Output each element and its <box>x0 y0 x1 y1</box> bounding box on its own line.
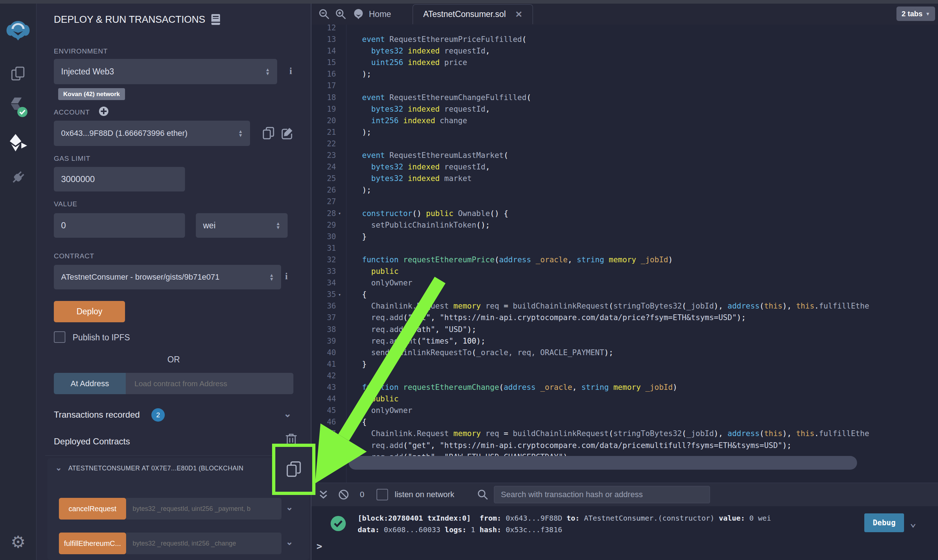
function-button-fulfillEthereumC[interactable]: fulfillEthereumC... <box>59 532 126 554</box>
copy-account-icon[interactable] <box>262 126 275 140</box>
select-arrows-icon: ▲▼ <box>266 273 274 281</box>
contract-select[interactable]: ATestnetConsumer - browser/gists/9b71e07… <box>54 265 281 289</box>
code-line-16[interactable]: 16); <box>311 68 938 80</box>
value-input[interactable]: 0 <box>54 213 185 238</box>
tab-active-file[interactable]: ATestnetConsumer.sol ✕ <box>413 4 533 24</box>
home-tab-icon[interactable] <box>352 8 364 20</box>
code-text: ); <box>349 128 371 137</box>
line-number: 20 <box>311 116 336 125</box>
code-line-12[interactable]: 12 <box>311 25 938 34</box>
code-line-22[interactable]: 22 <box>311 138 938 149</box>
listen-network-checkbox[interactable] <box>377 489 388 500</box>
code-line-13[interactable]: 13event RequestEthereumPriceFulfilled( <box>311 34 938 45</box>
function-expand-chevron-icon[interactable]: ⌄ <box>286 502 293 512</box>
code-line-33[interactable]: 33 public <box>311 266 938 277</box>
code-line-44[interactable]: 44 public <box>311 393 938 405</box>
value-unit-select[interactable]: wei ▲▼ <box>196 213 288 238</box>
tx-log-line-2[interactable]: data: 0x608...60033 logs: 1 hash: 0x53c.… <box>358 524 562 535</box>
contract-expand-chevron-icon[interactable]: ⌄ <box>55 463 62 472</box>
tx-log-line-1[interactable]: [block:20780401 txIndex:0] from: 0x643..… <box>358 513 771 523</box>
code-line-47[interactable]: 47 Chainlink.Request memory req = buildC… <box>311 428 938 439</box>
line-number: 45 <box>311 406 336 415</box>
code-line-48[interactable]: 48 req.add("get", "https://min-api.crypt… <box>311 440 938 451</box>
code-line-32[interactable]: 32function requestEthereumPrice(address … <box>311 254 938 266</box>
code-line-34[interactable]: 34 onlyOwner <box>311 277 938 289</box>
network-badge: Kovan (42) network <box>58 88 125 100</box>
horizontal-scrollbar[interactable] <box>349 456 857 470</box>
code-line-24[interactable]: 24 bytes32 indexed requestId, <box>311 161 938 173</box>
code-line-19[interactable]: 19 bytes32 indexed requestId, <box>311 103 938 115</box>
expand-terminal-icon[interactable] <box>319 489 328 500</box>
code-line-41[interactable]: 41} <box>311 358 938 370</box>
line-number: 16 <box>311 70 336 78</box>
code-line-38[interactable]: 38 req.add("path", "USD"); <box>311 324 938 335</box>
tab-home[interactable]: Home <box>369 9 391 19</box>
deployed-contracts-label: Deployed Contracts <box>54 437 130 446</box>
edit-account-icon[interactable] <box>281 126 294 140</box>
deploy-run-icon[interactable] <box>0 132 36 153</box>
gas-limit-input[interactable]: 3000000 <box>54 167 185 191</box>
contract-info-icon[interactable]: i <box>285 271 288 282</box>
code-editor[interactable]: 1213event RequestEthereumPriceFulfilled(… <box>311 25 938 483</box>
code-text: uint256 indexed price <box>349 58 467 67</box>
code-line-42[interactable]: 42 <box>311 370 938 382</box>
code-line-21[interactable]: 21); <box>311 126 938 138</box>
code-line-27[interactable]: 27 <box>311 196 938 208</box>
copy-address-icon[interactable] <box>286 460 302 478</box>
transactions-collapse-chevron-icon[interactable]: ⌄ <box>284 408 292 420</box>
deployed-contract-header[interactable]: ATESTNETCONSUMER AT 0X7E7...E80D1 (BLOCK… <box>68 465 285 472</box>
code-line-36[interactable]: 36 Chainlink.Request memory req = buildC… <box>311 300 938 312</box>
code-line-45[interactable]: 45 onlyOwner <box>311 405 938 416</box>
code-line-35[interactable]: 35▾{ <box>311 289 938 300</box>
docs-icon[interactable] <box>211 14 220 25</box>
code-line-37[interactable]: 37 req.add("get", "https://min-api.crypt… <box>311 312 938 323</box>
code-line-15[interactable]: 15 uint256 indexed price <box>311 57 938 68</box>
terminal-search-input[interactable] <box>494 486 710 503</box>
line-number: 28 <box>311 209 336 218</box>
account-select[interactable]: 0x643...9F88D (1.666673996 ether) ▲▼ <box>54 121 250 146</box>
code-line-28[interactable]: 28▾constructor() public Ownable() { <box>311 208 938 219</box>
add-account-icon[interactable] <box>98 106 109 116</box>
tabs-count-label: 2 tabs <box>901 10 923 18</box>
solidity-compiler-icon[interactable] <box>0 96 36 118</box>
code-line-18[interactable]: 18event RequestEthereumChangeFulfilled( <box>311 92 938 103</box>
deploy-button[interactable]: Deploy <box>54 301 125 322</box>
code-line-17[interactable]: 17 <box>311 80 938 91</box>
log-expand-chevron-icon[interactable]: ⌄ <box>910 516 916 529</box>
zoom-in-icon[interactable] <box>335 8 346 20</box>
at-address-button[interactable]: At Address <box>54 373 126 394</box>
code-line-29[interactable]: 29 setPublicChainlinkToken(); <box>311 219 938 231</box>
plugin-manager-icon[interactable] <box>0 167 36 188</box>
at-address-input[interactable] <box>126 373 294 394</box>
function-button-cancelRequest[interactable]: cancelRequest <box>59 498 126 520</box>
code-line-30[interactable]: 30} <box>311 231 938 242</box>
code-line-26[interactable]: 26); <box>311 184 938 196</box>
code-line-20[interactable]: 20 int256 indexed change <box>311 115 938 126</box>
code-line-43[interactable]: 43function requestEthereumChange(address… <box>311 382 938 393</box>
close-tab-icon[interactable]: ✕ <box>515 9 523 20</box>
clear-console-icon[interactable] <box>338 489 349 500</box>
fold-marker-icon[interactable]: ▾ <box>336 211 349 216</box>
code-line-39[interactable]: 39 req.addInt("times", 100); <box>311 335 938 347</box>
settings-gear-icon[interactable]: ⚙ <box>0 531 36 553</box>
function-expand-chevron-icon[interactable]: ⌄ <box>286 537 293 547</box>
function-params-input[interactable] <box>126 498 281 520</box>
line-number: 43 <box>311 383 336 392</box>
zoom-out-icon[interactable] <box>318 8 330 20</box>
code-line-31[interactable]: 31 <box>311 242 938 254</box>
code-line-14[interactable]: 14 bytes32 indexed requestId, <box>311 45 938 57</box>
code-line-40[interactable]: 40 sendChainlinkRequestTo(_oracle, req, … <box>311 347 938 358</box>
code-line-23[interactable]: 23event RequestEthereumLastMarket( <box>311 149 938 161</box>
fold-marker-icon[interactable]: ▾ <box>336 292 349 297</box>
file-explorer-icon[interactable] <box>0 64 36 84</box>
environment-select[interactable]: Injected Web3 ▲▼ <box>54 59 277 84</box>
terminal-prompt[interactable]: > <box>317 541 322 552</box>
debug-button[interactable]: Debug <box>864 513 904 532</box>
code-line-46[interactable]: 46{ <box>311 416 938 428</box>
environment-info-icon[interactable]: i <box>289 66 292 77</box>
function-params-input[interactable] <box>126 532 281 554</box>
code-line-25[interactable]: 25 bytes32 indexed market <box>311 173 938 184</box>
tabs-count-dropdown[interactable]: 2 tabs ▼ <box>896 6 935 21</box>
remix-logo[interactable] <box>0 17 36 44</box>
publish-ipfs-checkbox[interactable] <box>54 331 65 343</box>
